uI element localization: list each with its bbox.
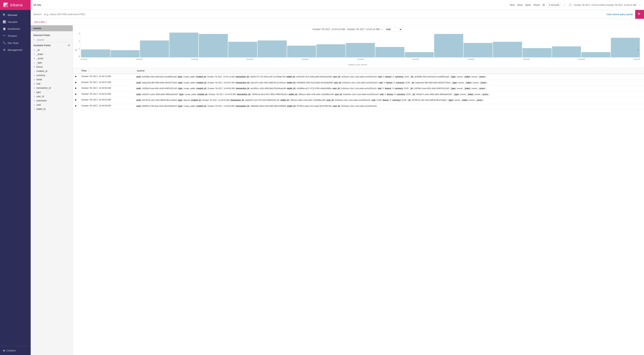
row-time: October 7th 2017, 14:44:12.000 <box>79 74 134 80</box>
panel-collapse-arrow[interactable]: ‹ <box>71 26 73 30</box>
source-field-value: EUR <box>405 76 410 78</box>
collapse-button[interactable]: ◀ Collapse <box>3 348 28 353</box>
field-item-wallet-id[interactable]: twallet_id <box>31 107 73 111</box>
table-row[interactable]: ▶October 7th 2017, 14:44:12.000uuid: bc5… <box>73 74 644 80</box>
new-button[interactable]: New <box>510 4 514 6</box>
open-button[interactable]: Open <box>525 4 531 6</box>
searchbar: Uses lucene query syntax 🔍 <box>31 10 644 19</box>
source-field-key: _type: <box>453 93 460 96</box>
sidebar-item-management-label: Management <box>8 48 22 51</box>
source-field-key: created_at: <box>196 87 208 90</box>
sidebar-item-management[interactable]: ⚙ Management <box>0 46 31 53</box>
sidebar-item-timelion[interactable]: 〜 Timelion <box>0 32 31 40</box>
time-next-button[interactable]: › <box>639 3 641 7</box>
field-item-user-id[interactable]: tuser_id <box>31 94 73 98</box>
source-field-key: created_at: <box>197 93 209 96</box>
source-field-key: _index: <box>463 76 472 78</box>
field-item-username[interactable]: tusername <box>31 98 73 103</box>
source-field-value: 3d9bd0dc-903d-4105-b90f-498c520f88b9 <box>250 105 286 107</box>
field-item-currency[interactable]: tcurrency <box>31 73 73 78</box>
source-field-key: _score: <box>479 82 488 84</box>
sidebar-item-visualize[interactable]: 📊 Visualize <box>0 18 31 25</box>
share-button[interactable]: Share <box>534 4 540 6</box>
field-item-index[interactable]: t_index <box>31 52 73 56</box>
field-item-real[interactable]: #real <box>31 82 73 86</box>
table-row[interactable]: ▶October 7th 2017, 14:44:05.000uuid: c95… <box>73 86 644 92</box>
source-field-key: real: <box>378 76 383 78</box>
sidebar-item-devtools[interactable]: 🔧 Dev Tools <box>0 40 31 46</box>
chart-bar <box>434 34 463 57</box>
save-button[interactable]: Save <box>517 4 523 6</box>
row-source: uuid: bc5f398c-92bf-4169-bd1e-0ced6f55cd… <box>134 74 644 80</box>
field-item-type2[interactable]: ttype <box>31 90 73 94</box>
field-item-created-at[interactable]: ○created_at <box>31 69 73 73</box>
source-field-key: type: <box>178 87 184 90</box>
fields-gear-icon[interactable]: ⚙ <box>68 44 70 47</box>
source-field-key: _type: <box>450 87 457 90</box>
clock-icon: 🕐 <box>568 4 572 6</box>
time-column-header[interactable]: Time ↓ <box>79 68 134 74</box>
field-item-id[interactable]: t_id <box>31 48 73 52</box>
row-expand-button[interactable]: ▶ <box>73 98 79 103</box>
source-column-header[interactable]: _source <box>134 68 644 74</box>
source-field-value: 5,000 <box>377 99 382 101</box>
source-field-key: wallet_id: <box>286 82 297 84</box>
field-item-email[interactable]: temail <box>31 78 73 82</box>
source-field-key: bonus: <box>382 99 390 102</box>
source-field-value: EUR <box>402 99 407 101</box>
row-expand-button[interactable]: ▶ <box>73 86 79 92</box>
index-selector[interactable]: events ‹ <box>31 25 73 31</box>
left-panel: events ‹ Selected Fields ? _source Avail… <box>31 25 73 355</box>
time-interval-selector[interactable]: 5 seconds <box>547 3 561 7</box>
field-item-type[interactable]: t_type <box>31 60 73 65</box>
source-field-value: create_wallet <box>184 76 196 78</box>
source-field-value: 4e0af17c-a4a1-48d9-a6d5-3900eda51b57 <box>416 93 453 96</box>
app-logo[interactable]: kibana <box>0 0 31 10</box>
lucene-link[interactable]: Uses lucene query syntax <box>604 13 635 16</box>
row-source: uuid: babaa19e-0fbf-46b5-bb9e-6b01f5778c… <box>134 80 644 86</box>
chart-nav-left-button[interactable]: ▲ <box>75 48 78 51</box>
field-item-bonus[interactable]: #bonus <box>31 65 73 69</box>
table-row[interactable]: ▶October 7th 2017, 14:44:02.000uuid: 4e0… <box>73 92 644 98</box>
search-input-wrap <box>31 13 604 16</box>
row-expand-button[interactable]: ▶ <box>73 74 79 80</box>
source-field-value: 0 <box>395 93 396 96</box>
sidebar-item-discover[interactable]: 🔍 Discover <box>0 12 31 18</box>
table-row[interactable]: ▶October 7th 2017, 14:44:07.000uuid: bab… <box>73 80 644 86</box>
source-field-value: create_wallet <box>184 82 196 84</box>
field-item-score[interactable]: #_score <box>31 56 73 60</box>
source-field-key: type: <box>177 76 184 78</box>
source-field-value: 0 <box>383 88 384 90</box>
field-item-transaction-id[interactable]: ttransaction_id <box>31 86 73 90</box>
source-field-key: _id: <box>409 87 414 90</box>
sidebar-item-dashboard[interactable]: 📋 Dashboard <box>0 25 31 32</box>
source-field-key: currency: <box>392 99 402 102</box>
source-field-value: fc03e3ec-c3a1-11e6-a4a6-cec0c932ce01 <box>343 93 379 96</box>
chart-bar <box>81 50 110 57</box>
source-field-key: bonus: <box>385 76 393 78</box>
row-expand-button[interactable]: ▶ <box>73 92 79 98</box>
row-expand-button[interactable]: ▶ <box>73 103 79 109</box>
time-sort-icon: ↓ <box>88 70 89 72</box>
topbar-actions: New Save Open Share ⊞ 5 seconds ‹ 🕐 Octo… <box>510 3 641 7</box>
source-field-key: _id: <box>410 82 416 84</box>
table-row[interactable]: ▶October 7th 2017, 14:44:02.000uuid: 937… <box>73 98 644 103</box>
table-row[interactable]: ▶October 7th 2017, 14:44:00.000uuid: 002… <box>73 103 644 109</box>
search-input[interactable] <box>33 13 602 16</box>
add-filter-button[interactable]: Add a filter+ <box>33 21 47 24</box>
source-field-key: _index: <box>464 82 473 84</box>
search-button[interactable]: 🔍 <box>635 10 644 19</box>
selected-field-source[interactable]: ? _source <box>31 38 73 42</box>
row-expand-button[interactable]: ▶ <box>73 80 79 86</box>
source-field-value: d4295776-17f2-4526-a357-b175fbab71f9 <box>250 76 286 78</box>
devtools-icon: 🔧 <box>3 42 6 44</box>
chart-nav-right-button[interactable]: ▲ <box>636 48 639 51</box>
field-item-uuid[interactable]: tuuid <box>31 103 73 107</box>
fields-section: Selected Fields ? _source Available Fiel… <box>31 31 73 355</box>
app-name: kibana <box>10 3 23 7</box>
time-prev-button[interactable]: ‹ <box>563 3 566 7</box>
chart-interval-select[interactable]: Auto 5 seconds 10 seconds 1 minute <box>384 27 402 32</box>
source-field-value: c953f9cf-5ceb-482c-8c66-549974012c65 <box>142 88 178 90</box>
source-field-key: user_id: <box>332 105 342 107</box>
source-field-value: 0 <box>393 76 394 78</box>
